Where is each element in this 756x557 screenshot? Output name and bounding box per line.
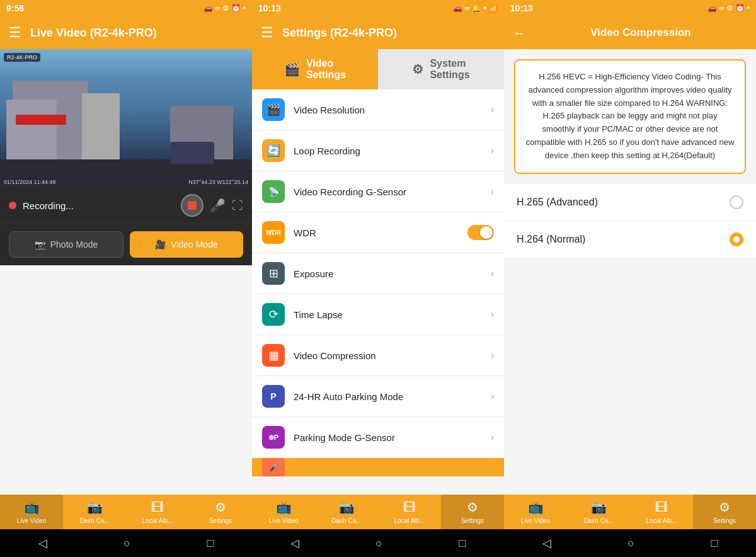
settings-item-video-compression[interactable]: ▦ Video Compression › (252, 335, 504, 376)
back-system-btn-1[interactable]: ◁ (20, 531, 66, 555)
h265-radio[interactable] (730, 195, 743, 209)
option-h264[interactable]: H.264 (Normal) (504, 221, 756, 258)
nav-dash-cam-2[interactable]: 📷 Dash Ca... (315, 495, 378, 529)
nav-album-label-1: Local Alb... (142, 517, 173, 524)
video-mode-label: Video Mode (171, 239, 217, 250)
header-title-3: Video Compression (534, 26, 747, 39)
video-icon: 🎥 (155, 239, 166, 250)
nav-live-video-2[interactable]: 📺 Live Video (252, 495, 315, 529)
wdr-icon: WDR (262, 221, 285, 244)
compression-info-box: H.256 HEVC = High-Efficiency Video Codin… (514, 59, 746, 174)
chevron-icon-compression: › (491, 350, 494, 361)
compression-label: Video Compression (294, 350, 482, 361)
h264-radio[interactable] (730, 233, 743, 246)
nav-album-2[interactable]: 🎞 Local Alb... (378, 495, 441, 529)
h265-label: H.265 (Advanced) (517, 197, 722, 208)
video-mode-button[interactable]: 🎥 Video Mode (130, 231, 243, 258)
settings-icon-2: ⚙ (467, 500, 478, 515)
home-system-btn-2[interactable]: ○ (357, 532, 401, 555)
settings-item-parking-mode[interactable]: P 24-HR Auto Parking Mode › (252, 376, 504, 417)
panel3-spacer (504, 263, 756, 495)
expand-icon[interactable]: ⛶ (232, 199, 243, 212)
mode-bar: 📷 Photo Mode 🎥 Video Mode (0, 224, 252, 265)
parking-mode-icon: P (262, 385, 285, 408)
nav-settings-2[interactable]: ⚙ Settings (441, 495, 504, 529)
photo-mode-button[interactable]: 📷 Photo Mode (9, 231, 123, 258)
stop-icon (188, 201, 197, 210)
tab-system-settings[interactable]: ⚙ SystemSettings (378, 49, 504, 89)
home-system-btn-1[interactable]: ○ (105, 532, 149, 555)
dash-cam-icon-2: 📷 (339, 500, 355, 515)
recording-bar: Recording... 🎤 ⛶ (0, 188, 252, 224)
nav-dash-label-3: Dash Ca... (583, 517, 613, 524)
dash-cam-icon-1: 📷 (87, 500, 103, 515)
panel-video-compression: 10:13 🚗 ∞ ⚙ ⏰ • ← Video Compression H.25… (504, 0, 756, 557)
option-h265[interactable]: H.265 (Advanced) (504, 184, 756, 221)
recents-system-btn-2[interactable]: □ (440, 532, 484, 555)
chevron-icon-resolution: › (491, 104, 494, 115)
chevron-icon-exposure: › (491, 268, 494, 279)
parking-gsensor-icon: ⊛P (262, 426, 285, 449)
settings-item-exposure[interactable]: ⊞ Exposure › (252, 253, 504, 294)
compression-info-text: H.256 HEVC = High-Efficiency Video Codin… (526, 72, 735, 160)
h264-label: H.264 (Normal) (517, 234, 722, 245)
nav-dash-cam-3[interactable]: 📷 Dash Ca... (567, 495, 630, 529)
nav-live-video-3[interactable]: 📺 Live Video (504, 495, 567, 529)
settings-icon-1: ⚙ (215, 500, 226, 515)
chevron-icon-loop: › (491, 145, 494, 156)
loop-recording-label: Loop Recording (294, 146, 482, 156)
album-icon-3: 🎞 (655, 500, 668, 515)
live-video-icon-3: 📺 (528, 500, 544, 515)
menu-icon-1[interactable]: ☰ (9, 25, 21, 41)
status-icons-2: 🚗 ∞ 🔔 • 📶 (453, 4, 498, 13)
back-system-btn-3[interactable]: ◁ (524, 531, 570, 555)
recents-system-btn-3[interactable]: □ (692, 532, 736, 555)
microphone-icon[interactable]: 🎤 (210, 198, 226, 213)
wdr-toggle[interactable] (467, 225, 494, 240)
settings-item-wdr[interactable]: WDR WDR (252, 212, 504, 253)
loop-recording-icon: 🔄 (262, 139, 285, 162)
header-3: ← Video Compression (504, 16, 756, 49)
timelapse-label: Time Lapse (294, 309, 482, 320)
dash-cam-icon-3: 📷 (591, 500, 607, 515)
camera-timestamp: 01/11/2024 11:44:48 (4, 179, 56, 185)
video-resolution-icon: 🎬 (262, 98, 285, 121)
status-bar-2: 10:13 🚗 ∞ 🔔 • 📶 (252, 0, 504, 16)
status-icons-3: 🚗 ∞ ⚙ ⏰ • (707, 4, 750, 13)
nav-album-3[interactable]: 🎞 Local Alb... (630, 495, 693, 529)
nav-dash-cam-1[interactable]: 📷 Dash Ca... (63, 495, 126, 529)
video-tab-label: VideoSettings (306, 58, 346, 81)
nav-local-album-1[interactable]: 🎞 Local Alb... (126, 495, 189, 529)
tab-video-settings[interactable]: 🎬 VideoSettings (252, 49, 378, 89)
recents-system-btn-1[interactable]: □ (188, 532, 232, 555)
settings-item-video-resolution[interactable]: 🎬 Video Resolution › (252, 89, 504, 130)
settings-item-timelapse[interactable]: ⟳ Time Lapse › (252, 294, 504, 335)
back-button[interactable]: ← (513, 26, 525, 40)
panel1-spacer (0, 265, 252, 495)
back-system-btn-2[interactable]: ◁ (272, 531, 318, 555)
settings-item-record-audio[interactable]: 🎤 (252, 458, 504, 477)
gsensor-icon: 📡 (262, 180, 285, 203)
wdr-toggle-knob (480, 226, 493, 239)
live-video-icon: 📺 (24, 500, 40, 515)
bottom-nav-3: 📺 Live Video 📷 Dash Ca... 🎞 Local Alb...… (504, 495, 756, 529)
menu-icon-2[interactable]: ☰ (261, 25, 273, 41)
nav-live-video-1[interactable]: 📺 Live Video (0, 495, 63, 529)
nav-settings-1[interactable]: ⚙ Settings (189, 495, 252, 529)
chevron-icon-parking-gsensor: › (491, 432, 494, 443)
stop-button[interactable] (181, 194, 203, 217)
nav-dash-cam-label-1: Dash Ca... (79, 517, 109, 524)
system-tab-icon: ⚙ (412, 62, 423, 77)
nav-album-label-2: Local Alb... (394, 517, 425, 524)
nav-settings-3[interactable]: ⚙ Settings (693, 495, 756, 529)
camera-feed: R2-4K-PRO 01/11/2024 11:44:48 N37°44.23 … (0, 49, 252, 188)
home-system-btn-3[interactable]: ○ (609, 532, 653, 555)
settings-item-loop-recording[interactable]: 🔄 Loop Recording › (252, 130, 504, 171)
nav-settings-label-3: Settings (713, 517, 736, 524)
panel-live-video: 9:58 🚗 ∞ ⚙ ⏰ • ☰ Live Video (R2-4k-PRO) … (0, 0, 252, 557)
record-audio-icon: 🎤 (262, 458, 285, 477)
settings-item-parking-gsensor[interactable]: ⊛P Parking Mode G-Sensor › (252, 417, 504, 458)
system-nav-1: ◁ ○ □ (0, 529, 252, 557)
camera-icon: 📷 (35, 239, 45, 250)
settings-item-gsensor[interactable]: 📡 Video Recording G-Sensor › (252, 171, 504, 212)
